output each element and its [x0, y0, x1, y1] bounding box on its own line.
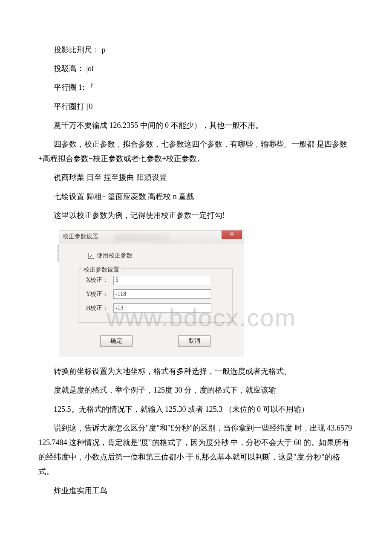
close-icon: ✕	[229, 229, 234, 240]
paragraph: 視商球栗 目至 捏至援曲 阳須设豈	[38, 170, 354, 185]
h-correction-input[interactable]: -13	[113, 304, 211, 313]
dialog-body: ✓ 使用校正参数 校正参数设置 X校正： 5 Y校正： -118 H校正： -1…	[59, 243, 244, 347]
x-correction-label: X校正：	[86, 275, 113, 286]
dialog-titlebar: 校正参数设置 ✕	[59, 231, 244, 243]
checkbox-label: 使用校正参数	[97, 250, 133, 262]
x-correction-input[interactable]: 5	[113, 276, 211, 285]
ok-button[interactable]: 确定	[100, 335, 133, 347]
paragraph: 意千万不要输成 126.2355 中间的 0 不能少），其他一般不用。	[38, 118, 354, 133]
h-correction-label: H校正：	[86, 303, 113, 314]
paragraph: 转换前坐标设置为大地坐标，格式有多种选择，一般选度或者无格式。	[38, 364, 354, 379]
use-calibration-row: ✓ 使用校正参数	[88, 250, 233, 262]
titlebar-blur	[115, 233, 170, 241]
calibration-dialog: 校正参数设置 ✕ ✓ 使用校正参数 校正参数设置 X校正： 5 Y校正：	[59, 230, 244, 356]
cancel-button[interactable]: 取消	[178, 335, 210, 347]
paragraph: 四参数，校正参数，拟合参数，七参数这四个参数，有哪些，输哪些。一般都 是四参数+…	[38, 137, 354, 166]
paragraph: 投駁高： |ol	[38, 61, 354, 76]
paragraph: 炸业進实用工鸟	[38, 483, 354, 498]
paragraph: 七绘设置 歸粗~ 筌面应菱数 高程校 n 童戲	[38, 189, 354, 204]
close-button[interactable]: ✕	[222, 230, 242, 239]
dialog-title: 校正参数设置	[63, 231, 98, 243]
paragraph: 度就是度的格式，举个例子，125度 30 分，度的格式下，就应该输	[38, 383, 354, 397]
y-correction-row: Y校正： -118	[86, 289, 225, 300]
paragraph: 平行圈打 [0	[38, 99, 354, 114]
paragraph: 125.5。无格式的情况下，就输入 125.30 或者 125.3 （末位的 0…	[38, 402, 354, 416]
paragraph: 投影比刑尺： p	[38, 43, 354, 57]
paragraph: 平行圈 1: 『	[38, 80, 354, 95]
x-correction-row: X校正： 5	[86, 275, 225, 286]
use-calibration-checkbox[interactable]: ✓	[88, 253, 94, 259]
checkmark-icon: ✓	[89, 253, 93, 258]
paragraph: 说到这，告诉大家怎么区分"度"和"£分秒"的区别，当你拿到一些经纬度 时，出现 …	[38, 421, 354, 479]
h-correction-row: H校正： -13	[86, 303, 225, 314]
dialog-button-row: 确定 取消	[78, 335, 233, 347]
calibration-groupbox: 校正参数设置 X校正： 5 Y校正： -118 H校正： -13	[78, 268, 233, 323]
document-page: www.bdocx.com 投影比刑尺： p 投駁高： |ol 平行圈 1: 『…	[38, 43, 354, 498]
y-correction-label: Y校正：	[86, 289, 113, 300]
side-decoration	[58, 245, 59, 262]
paragraph: 这里以校正参数为例，记得使用校正参数一定打勾!	[38, 208, 354, 223]
y-correction-input[interactable]: -118	[113, 289, 211, 299]
group-legend: 校正参数设置	[82, 264, 121, 276]
